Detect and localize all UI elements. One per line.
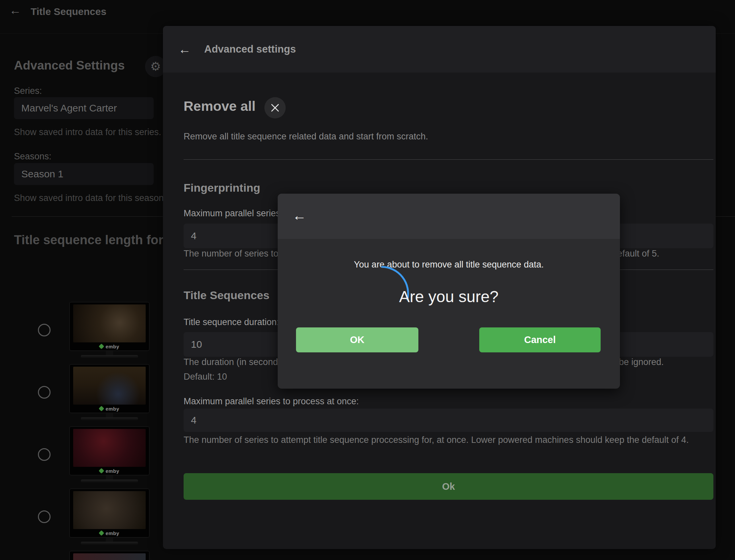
seasons-value: Season 1 [21,163,154,185]
max-parallel-process-value: 4 [191,409,713,432]
emby-logo-text: emby [105,468,119,474]
emby-logo: emby [73,342,146,350]
emby-diamond-icon [99,344,104,349]
episode-thumbnail[interactable] [69,551,150,560]
episode-thumbnail[interactable]: emby [69,302,150,358]
episode-row [38,550,164,560]
dialog-header: ← [278,194,620,239]
emby-logo: emby [73,405,146,413]
modal-back-arrow-icon[interactable]: ← [178,42,191,57]
episode-thumbnail[interactable]: emby [69,364,150,420]
modal-header: ← Advanced settings [163,26,716,73]
episode-radio[interactable] [38,448,51,461]
emby-diamond-icon [99,530,104,536]
episode-radio[interactable] [38,386,51,399]
page-title: Title Sequences [31,6,106,17]
episode-thumbnail[interactable]: emby [69,488,150,545]
tv-stand-base [81,479,138,482]
episode-row: emby [38,363,164,423]
page-back-arrow-icon[interactable]: ← [9,3,21,17]
dialog-ok-label: OK [350,334,365,345]
modal-title: Advanced settings [204,43,296,55]
episode-screenshot [73,429,146,467]
dialog-message: You are about to remove all title sequen… [278,260,620,270]
episode-row: emby [38,488,164,548]
tv-stand-base [81,417,138,420]
series-value: Marvel's Agent Carter [21,97,154,119]
max-parallel-process-input[interactable]: 4 [184,409,713,432]
emby-logo-text: emby [105,530,119,536]
tv-stand-base [81,355,138,358]
tv-stand-neck [106,351,113,355]
max-parallel-process-label: Maximum parallel series to process at on… [184,396,713,407]
tv-frame [69,551,150,560]
series-help-text: Show saved intro data for this series. [14,127,161,137]
divider [184,159,713,160]
tv-stand-neck [106,475,113,479]
episode-radio[interactable] [38,324,51,336]
modal-ok-button[interactable]: Ok [184,473,713,500]
episode-radio[interactable] [38,510,51,523]
app-window: ← Title Sequences Advanced Settings ⚙ Se… [0,0,735,560]
gear-icon: ⚙ [150,61,161,73]
tv-frame: emby [69,488,150,538]
series-label: Series: [14,86,42,96]
advanced-settings-heading: Advanced Settings [14,59,125,73]
episode-screenshot [73,553,146,560]
tv-stand-base [81,542,138,545]
episode-row: emby [38,426,164,485]
remove-all-close-button[interactable] [265,97,286,118]
dialog-question: Are you sure? [278,287,620,306]
emby-logo: emby [73,529,146,537]
dialog-ok-button[interactable]: OK [296,327,418,352]
tv-stand-neck [106,538,113,542]
close-icon [271,103,279,112]
max-parallel-process-help-text: The number of series to attempt title se… [184,433,713,448]
episode-screenshot [73,367,146,405]
emby-logo-text: emby [105,406,119,412]
emby-diamond-icon [99,406,104,412]
episode-screenshot [73,304,146,342]
series-select[interactable]: Marvel's Agent Carter [14,97,154,119]
episode-screenshot [73,491,146,529]
emby-logo-text: emby [105,344,119,349]
tv-frame: emby [69,364,150,413]
seasons-label: Seasons: [14,151,52,162]
emby-logo: emby [73,467,146,475]
remove-all-description: Remove all title sequence related data a… [184,131,713,142]
modal-ok-label: Ok [442,481,455,492]
remove-all-heading: Remove all [184,98,256,114]
confirm-dialog: ← You are about to remove all title sequ… [278,194,620,389]
tv-stand-neck [106,413,113,417]
dialog-back-arrow-icon[interactable]: ← [292,208,306,224]
emby-diamond-icon [99,468,104,474]
fingerprinting-heading: Fingerprinting [184,181,713,194]
dialog-cancel-label: Cancel [524,334,556,345]
tv-frame: emby [69,426,150,475]
dialog-cancel-button[interactable]: Cancel [479,327,601,352]
episode-thumbnail[interactable]: emby [69,426,150,482]
episode-row: emby [38,301,164,361]
tv-frame: emby [69,302,150,351]
seasons-select[interactable]: Season 1 [14,163,154,185]
seasons-help-text: Show saved intro data for this season. [14,193,166,203]
